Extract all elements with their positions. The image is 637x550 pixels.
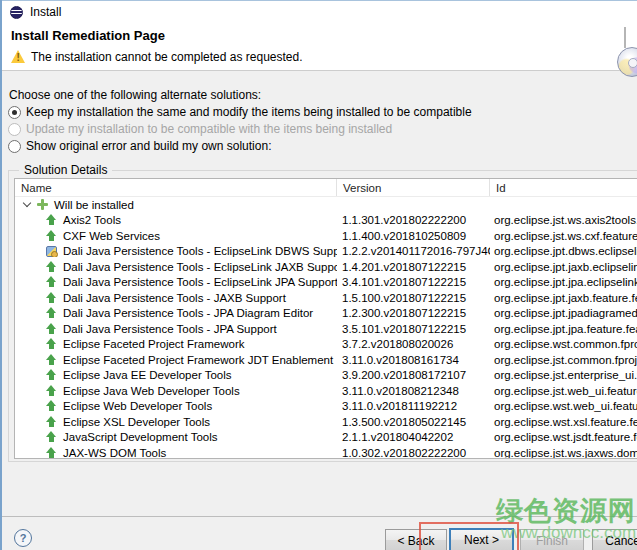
radio-button-icon	[8, 123, 21, 136]
radio-button-icon[interactable]	[8, 106, 21, 119]
help-button[interactable]: ?	[14, 529, 32, 547]
radio-label: Update my installation to be compatible …	[26, 122, 392, 136]
eclipse-app-icon	[10, 6, 23, 19]
table-row[interactable]: JavaScript Development Tools2.1.1.v20180…	[15, 430, 637, 446]
feature-version: 2.1.1.v201804042202	[337, 431, 490, 443]
feature-version: 1.3.500.v201805022145	[337, 416, 490, 428]
window-left-border	[0, 0, 2, 550]
feature-version: 3.7.2.v201808020026	[337, 338, 490, 350]
install-arrow-icon	[46, 447, 57, 458]
feature-version: 1.2.300.v201807122215	[337, 307, 490, 319]
table-row[interactable]: Eclipse Java EE Developer Tools3.9.200.v…	[15, 368, 637, 384]
page-title: Install Remediation Page	[11, 28, 165, 43]
feature-name: JAX-WS DOM Tools	[63, 447, 166, 458]
feature-version: 3.9.200.v201808172107	[337, 369, 490, 381]
plus-icon	[37, 199, 48, 210]
table-row[interactable]: Eclipse Java Web Developer Tools3.11.0.v…	[15, 383, 637, 399]
install-arrow-icon	[46, 385, 57, 397]
feature-id: org.eclipse.wst.xsl.feature.featu.	[490, 416, 637, 428]
feature-version: 1.5.100.v201807122215	[337, 292, 490, 304]
table-row[interactable]: Eclipse Faceted Project Framework JDT En…	[15, 352, 637, 368]
install-arrow-icon	[46, 431, 57, 443]
tree-root-row[interactable]: Will be installed	[15, 197, 637, 213]
table-row[interactable]: Dali Java Persistence Tools - EclipseLin…	[15, 275, 637, 291]
feature-name: Eclipse XSL Developer Tools	[63, 416, 210, 428]
feature-version: 1.4.201.v201807122215	[337, 261, 490, 273]
feature-package-icon	[46, 246, 57, 257]
feature-id: org.eclipse.jpt.jaxb.feature.feat..	[490, 292, 637, 304]
feature-name: Eclipse Java Web Developer Tools	[63, 385, 240, 397]
solutions-prompt: Choose one of the following alternate so…	[9, 88, 261, 102]
feature-name: Dali Java Persistence Tools - JPA Suppor…	[63, 323, 277, 335]
radio-keep-installation[interactable]: Keep my installation the same and modify…	[8, 104, 472, 120]
table-row[interactable]: Eclipse Web Developer Tools3.11.0.v20181…	[15, 399, 637, 415]
feature-name: JavaScript Development Tools	[63, 431, 217, 443]
table-row[interactable]: JAX-WS DOM Tools1.0.302.v201802222200org…	[15, 445, 637, 458]
feature-id: org.eclipse.jpt.jpadiagramedito	[490, 307, 637, 319]
feature-version: 1.1.301.v201802222200	[337, 214, 490, 226]
install-arrow-icon	[46, 292, 57, 304]
chevron-down-icon[interactable]	[23, 199, 31, 207]
feature-id: org.eclipse.wst.jsdt.feature.feat.	[490, 431, 637, 443]
install-disc-icon	[617, 47, 637, 77]
tree-root-label: Will be installed	[54, 199, 134, 211]
feature-name: Axis2 Tools	[63, 214, 121, 226]
wizard-banner-wand	[624, 27, 626, 48]
feature-version: 3.5.101.v201807122215	[337, 323, 490, 335]
warning-icon	[11, 50, 26, 63]
install-arrow-icon	[46, 400, 57, 412]
radio-label[interactable]: Show original error and build my own sol…	[26, 139, 271, 153]
install-arrow-icon	[46, 307, 57, 319]
feature-id: org.eclipse.jst.enterprise_ui.feat	[490, 369, 637, 381]
install-arrow-icon	[46, 369, 57, 381]
column-header-version[interactable]: Version	[337, 179, 490, 196]
feature-name: Dali Java Persistence Tools - JPA Diagra…	[63, 307, 313, 319]
titlebar[interactable]: Install	[2, 0, 637, 24]
feature-id: org.eclipse.jst.ws.axis2tools.fea	[490, 214, 637, 226]
feature-id: org.eclipse.jpt.jpa.feature.featu.	[490, 323, 637, 335]
column-header-id[interactable]: Id	[490, 179, 637, 196]
install-arrow-icon	[46, 338, 57, 350]
table-row[interactable]: Axis2 Tools1.1.301.v201802222200org.ecli…	[15, 213, 637, 229]
column-header-name[interactable]: Name	[15, 179, 337, 196]
feature-id: org.eclipse.jst.web_ui.feature.fe.	[490, 385, 637, 397]
install-arrow-icon	[46, 323, 57, 335]
feature-id: org.eclipse.wst.web_ui.feature.f.	[490, 400, 637, 412]
wizard-header: Install Remediation Page The installatio…	[2, 24, 637, 71]
feature-version: 3.11.0.v201811192212	[337, 400, 490, 412]
feature-id: org.eclipse.jpt.jpa.eclipselink.fe.	[490, 276, 637, 288]
watermark-url: www.downcc.com	[501, 523, 636, 543]
feature-version: 3.4.101.v201807122215	[337, 276, 490, 288]
radio-button-icon[interactable]	[8, 140, 21, 153]
install-arrow-icon	[46, 230, 57, 242]
feature-name: Dali Java Persistence Tools - EclipseLin…	[63, 261, 337, 273]
solution-details-table[interactable]: Name Version Id Will be installed Axis2 …	[14, 178, 637, 459]
table-row[interactable]: Eclipse XSL Developer Tools1.3.500.v2018…	[15, 414, 637, 430]
table-row[interactable]: CXF Web Services1.1.400.v201810250809org…	[15, 228, 637, 244]
feature-name: Eclipse Java EE Developer Tools	[63, 369, 232, 381]
window-title: Install	[30, 5, 61, 19]
feature-name: Eclipse Faceted Project Framework	[63, 338, 245, 350]
red-annotation-box	[419, 522, 519, 550]
table-row[interactable]: Dali Java Persistence Tools - JAXB Suppo…	[15, 290, 637, 306]
feature-id: org.eclipse.jst.ws.jaxws.dom.fea	[490, 447, 637, 458]
radio-label[interactable]: Keep my installation the same and modify…	[26, 105, 472, 119]
feature-id: org.eclipse.wst.common.fproj.f..	[490, 338, 637, 350]
table-row[interactable]: Dali Java Persistence Tools - JPA Suppor…	[15, 321, 637, 337]
feature-id: org.eclipse.jst.ws.cxf.feature.fea	[490, 230, 637, 242]
feature-version: 1.1.400.v201810250809	[337, 230, 490, 242]
feature-name: Dali Java Persistence Tools - EclipseLin…	[63, 245, 337, 257]
radio-update-installation: Update my installation to be compatible …	[8, 121, 392, 137]
table-row[interactable]: Dali Java Persistence Tools - EclipseLin…	[15, 259, 637, 275]
install-dialog: Install Install Remediation Page The ins…	[0, 0, 637, 550]
table-row[interactable]: Eclipse Faceted Project Framework3.7.2.v…	[15, 337, 637, 353]
table-row[interactable]: Dali Java Persistence Tools - JPA Diagra…	[15, 306, 637, 322]
radio-show-original-error[interactable]: Show original error and build my own sol…	[8, 138, 271, 154]
feature-version: 1.0.302.v201802222200	[337, 447, 490, 458]
table-row[interactable]: Dali Java Persistence Tools - EclipseLin…	[15, 244, 637, 260]
feature-name: Dali Java Persistence Tools - JAXB Suppo…	[63, 292, 286, 304]
feature-id: org.eclipse.jst.common.fproj.en	[490, 354, 637, 366]
header-message: The installation cannot be completed as …	[31, 50, 303, 64]
install-arrow-icon	[46, 214, 57, 226]
feature-id: org.eclipse.jpt.jaxb.eclipselink.f.	[490, 261, 637, 273]
